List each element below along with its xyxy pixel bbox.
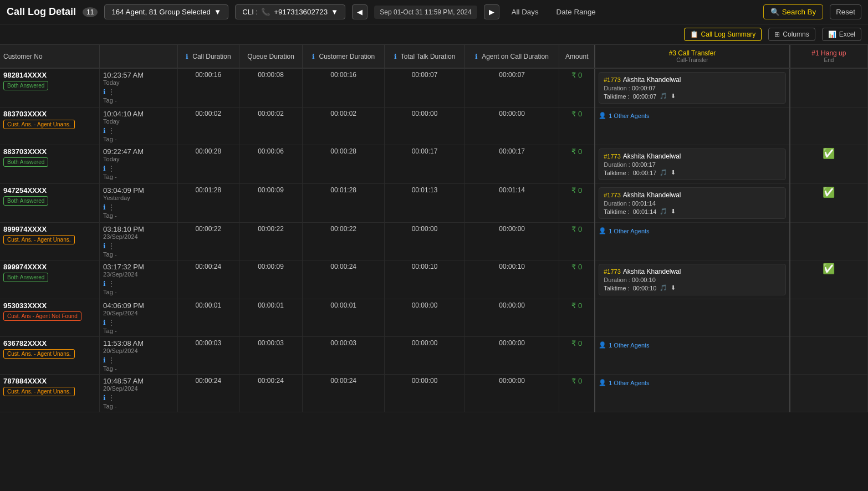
excel-icon: 📊 [828,30,836,38]
agent-on-call-duration-cell: 00:00:10 [464,260,559,299]
status-badge: Both Answered [3,196,48,206]
more-options-icon[interactable]: ⋮ [108,394,115,402]
info-icon[interactable]: ℹ [103,127,106,135]
cli-button[interactable]: CLI : 📞 +917313602723 ▼ [235,4,345,19]
info-icon[interactable]: ℹ [103,280,106,288]
hangup-cell: ✅ [790,184,868,223]
amount-value: ₹ 0 [571,186,582,195]
call-transfer-cell: #1773 Akshita Khandelwal Duration : 00:0… [595,68,790,108]
customer-duration-cell: 00:00:01 [303,299,385,337]
customer-cell: 982814XXXX Both Answered [0,68,100,108]
other-agents-link[interactable]: 👤 1 Other Agents [599,225,786,237]
col-total-talk-duration: ℹ Total Talk Duration [385,45,465,68]
time-cell: 03:04:09 PM Yesterday ℹ ⋮ Tag - [100,184,178,223]
date-range-button[interactable]: Date Range [551,5,601,19]
total-talk-duration-cell: 00:00:00 [385,375,465,412]
queue-duration-value: 00:00:01 [258,301,284,309]
call-log-summary-button[interactable]: 📋 Call Log Summary [684,28,762,41]
download-icon[interactable]: ⬇ [671,169,676,176]
info-icon[interactable]: ℹ [103,394,106,402]
time-cell: 09:22:47 AM Today ℹ ⋮ Tag - [100,145,178,184]
queue-duration-cell: 00:00:22 [239,223,303,260]
customer-duration-cell: 00:00:22 [303,223,385,260]
total-talk-duration-cell: 00:00:07 [385,68,465,108]
more-options-icon[interactable]: ⋮ [108,165,115,172]
download-icon[interactable]: ⬇ [671,93,676,100]
agent-on-call-duration-value: 00:00:07 [499,71,525,79]
table-row: 883703XXXX Both Answered 09:22:47 AM Tod… [0,145,868,184]
excel-button[interactable]: 📊 Excel [822,28,861,41]
call-duration-value: 00:00:22 [195,225,221,233]
amount-value: ₹ 0 [571,301,582,310]
more-options-icon[interactable]: ⋮ [108,203,115,211]
chevron-down-icon: ▼ [214,8,221,16]
amount-cell: ₹ 0 [559,223,595,260]
tag-row: Tag - [103,289,174,295]
call-date: Yesterday [103,195,174,201]
total-talk-duration-cell: 00:00:17 [385,145,465,184]
more-options-icon[interactable]: ⋮ [108,319,115,326]
search-by-button[interactable]: 🔍 Search By [763,4,824,19]
customer-number: 899974XXXX [3,225,96,233]
status-badge: Cust. Ans. - Agent Unans. [3,349,75,359]
info-icon[interactable]: ℹ [103,203,106,211]
status-badge: Cust. Ans. - Agent Unans. [3,235,75,244]
info-icon[interactable]: ℹ [103,319,106,326]
download-icon[interactable]: ⬇ [671,284,676,291]
customer-duration-cell: 00:01:28 [303,184,385,223]
info-icon[interactable]: ℹ [103,356,106,364]
other-agents-link[interactable]: 👤 1 Other Agents [599,110,786,121]
more-options-icon[interactable]: ⋮ [108,242,115,250]
customer-number: 953033XXXX [3,301,96,310]
amount-value: ₹ 0 [571,263,582,271]
agent-on-call-duration-cell: 00:00:17 [464,145,559,184]
queue-duration-value: 00:00:24 [258,377,284,385]
more-options-icon[interactable]: ⋮ [108,88,115,96]
call-duration-cell: 00:00:01 [177,299,239,337]
info-icon[interactable]: ℹ [103,165,106,172]
prev-date-button[interactable]: ◀ [352,4,367,19]
amount-value: ₹ 0 [571,225,582,233]
transfer-card: #1773 Akshita Khandelwal Duration : 00:0… [599,72,786,104]
columns-button[interactable]: ⊞ Columns [768,28,815,41]
info-icon[interactable]: ℹ [103,88,106,96]
play-audio-icon[interactable]: 🎵 [660,93,667,100]
play-audio-icon[interactable]: 🎵 [660,208,667,215]
call-transfer-cell: 👤 1 Other Agents [595,337,790,375]
data-table-container: Customer No ℹ Call Duration Queue Durati… [0,45,868,412]
amount-cell: ₹ 0 [559,68,595,108]
hangup-cell [790,299,868,337]
call-time: 03:18:10 PM [103,225,174,233]
tag-row: Tag - [103,136,174,142]
col-time [100,45,178,68]
table-row: 982814XXXX Both Answered 10:23:57 AM Tod… [0,68,868,108]
cli-phone: +917313602723 [274,8,328,16]
info-icon[interactable]: ℹ [103,242,106,250]
other-agents-link[interactable]: 👤 1 Other Agents [599,339,786,351]
queue-duration-value: 00:00:09 [258,263,284,270]
play-audio-icon[interactable]: 🎵 [660,169,667,176]
more-options-icon[interactable]: ⋮ [108,127,115,135]
col-amount: Amount [559,45,595,68]
other-agents-link[interactable]: 👤 1 Other Agents [599,377,786,388]
play-audio-icon[interactable]: 🎵 [660,284,667,291]
reset-button[interactable]: Reset [830,4,861,19]
agent-id: #1773 [604,153,621,160]
tag-row: Tag - [103,251,174,258]
more-options-icon[interactable]: ⋮ [108,356,115,364]
status-badge: Both Answered [3,157,48,167]
all-days-button[interactable]: All Days [506,5,544,19]
queue-duration-cell: 00:00:06 [239,145,303,184]
agent-select-button[interactable]: 164 Agent, 81 Group Selected ▼ [104,4,228,19]
tag-row: Tag - [103,212,174,219]
call-date: 20/Sep/2024 [103,347,174,354]
next-date-button[interactable]: ▶ [484,4,499,19]
date-range-display: Sep 01-Oct 31 11:59 PM, 2024 [374,6,477,19]
total-talk-duration-cell: 00:00:00 [385,299,465,337]
user-icon: 👤 [599,341,606,349]
more-options-icon[interactable]: ⋮ [108,280,115,288]
user-icon: 👤 [599,227,606,234]
agent-on-call-duration-value: 00:00:10 [499,263,525,270]
download-icon[interactable]: ⬇ [671,208,676,215]
customer-number: 947254XXXX [3,186,96,195]
